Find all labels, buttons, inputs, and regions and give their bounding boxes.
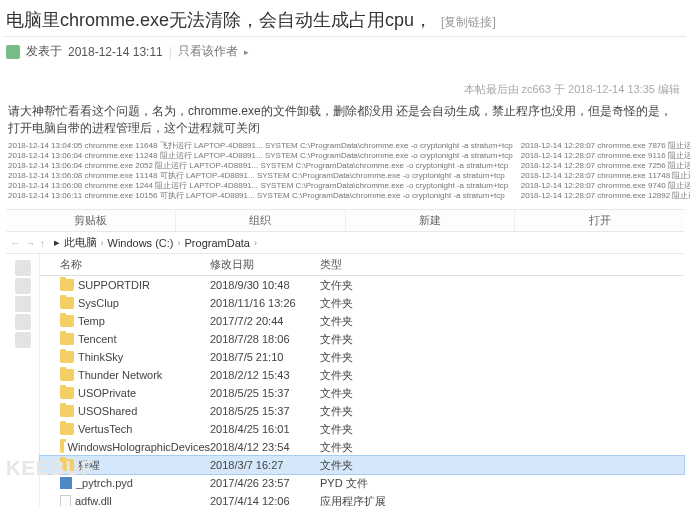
file-date: 2018/9/30 10:48 bbox=[210, 279, 320, 291]
file-row[interactable]: USOShared2018/5/25 15:37文件夹 bbox=[40, 402, 684, 420]
file-date: 2017/7/2 20:44 bbox=[210, 315, 320, 327]
toolbar-clipboard[interactable]: 剪贴板 bbox=[6, 210, 176, 231]
file-name: Temp bbox=[78, 315, 105, 327]
process-row: 2018-12-14 12:28:07 chromme.exe 12892 阻止… bbox=[521, 191, 690, 201]
file-row[interactable]: WindowsHolographicDevices2018/4/12 23:54… bbox=[40, 438, 684, 456]
file-type: 文件夹 bbox=[320, 314, 400, 329]
file-row[interactable]: adfw.dll2017/4/14 12:06应用程序扩展 bbox=[40, 492, 684, 506]
file-date: 2018/5/25 15:37 bbox=[210, 387, 320, 399]
sidebar-icon[interactable] bbox=[15, 296, 31, 312]
file-type: 应用程序扩展 bbox=[320, 494, 400, 507]
file-row[interactable]: _pytrch.pyd2017/4/26 23:57PYD 文件 bbox=[40, 474, 684, 492]
file-name: SysClup bbox=[78, 297, 119, 309]
folder-icon bbox=[60, 387, 74, 399]
process-row: 2018-12-14 13:06:04 chromme.exe 11248 阻止… bbox=[8, 151, 513, 161]
file-row[interactable]: Tencent2018/7/28 18:06文件夹 bbox=[40, 330, 684, 348]
file-name: USOPrivate bbox=[78, 387, 136, 399]
folder-icon bbox=[60, 369, 74, 381]
process-row: 2018-12-14 13:06:11 chromme.exe 10156 可执… bbox=[8, 191, 513, 201]
nav-up-icon[interactable]: ↑ bbox=[40, 237, 46, 249]
file-date: 2018/4/12 23:54 bbox=[210, 441, 320, 453]
toolbar-new[interactable]: 新建 bbox=[346, 210, 516, 231]
nav-fwd-icon[interactable]: → bbox=[25, 237, 36, 249]
file-date: 2018/7/5 21:10 bbox=[210, 351, 320, 363]
file-type: 文仵夹 bbox=[320, 278, 400, 293]
folder-icon bbox=[60, 423, 74, 435]
posted-at: 2018-12-14 13:11 bbox=[68, 45, 163, 59]
file-name: ThinkSky bbox=[78, 351, 123, 363]
chevron-down-icon[interactable]: ▸ bbox=[244, 47, 249, 57]
file-type: PYD 文件 bbox=[320, 476, 400, 491]
file-date: 2018/3/7 16:27 bbox=[210, 459, 320, 471]
file-type: 文件夹 bbox=[320, 332, 400, 347]
bc-pc[interactable]: 此电脑 bbox=[64, 235, 97, 250]
title-text: 电脑里chromme.exe无法清除，会自动生成占用cpu， bbox=[6, 10, 432, 30]
sidebar-icon[interactable] bbox=[15, 314, 31, 330]
file-row[interactable]: Thunder Network2018/2/12 15:43文件夹 bbox=[40, 366, 684, 384]
file-name: adfw.dll bbox=[75, 495, 112, 506]
toolbar-organize[interactable]: 组织 bbox=[176, 210, 346, 231]
nav-back-icon[interactable]: ← bbox=[10, 237, 21, 249]
file-date: 2018/4/25 16:01 bbox=[210, 423, 320, 435]
col-type[interactable]: 类型 bbox=[320, 257, 400, 272]
breadcrumb[interactable]: ←→↑ ▸ 此电脑 › Windows (C:) › ProgramData › bbox=[6, 232, 684, 254]
file-date: 2018/7/28 18:06 bbox=[210, 333, 320, 345]
bc-drive[interactable]: Windows (C:) bbox=[108, 237, 174, 249]
folder-icon bbox=[60, 351, 74, 363]
file-row[interactable]: ThinkSky2018/7/5 21:10文件夹 bbox=[40, 348, 684, 366]
file-type: 文件夹 bbox=[320, 458, 400, 473]
folder-icon bbox=[60, 405, 74, 417]
file-name: Thunder Network bbox=[78, 369, 162, 381]
process-row: 2018-12-14 12:28:07 chromme.exe 7876 阻止运… bbox=[521, 141, 690, 151]
folder-icon bbox=[60, 297, 74, 309]
folder-icon bbox=[60, 441, 64, 453]
sidebar-icon[interactable] bbox=[15, 278, 31, 294]
last-edit-note: 本帖最后由 zc663 于 2018-12-14 13:35 编辑 bbox=[0, 66, 690, 103]
col-name[interactable]: 名称 bbox=[40, 257, 210, 272]
copy-link[interactable]: [复制链接] bbox=[441, 15, 496, 29]
post-body: 请大神帮忙看看这个问题，名为，chromme.exe的文件卸载，删除都没用 还是… bbox=[0, 103, 690, 141]
file-row[interactable]: SysClup2018/11/16 13:26文件夹 bbox=[40, 294, 684, 312]
file-date: 2018/11/16 13:26 bbox=[210, 297, 320, 309]
folder-icon bbox=[60, 279, 74, 291]
file-name: Tencent bbox=[78, 333, 117, 345]
process-row: 2018-12-14 12:28:07 chromme.exe 9116 阻止运… bbox=[521, 151, 690, 161]
col-date[interactable]: 修改日期 bbox=[210, 257, 320, 272]
sidebar-icon[interactable] bbox=[15, 332, 31, 348]
only-author-link[interactable]: 只看该作者 bbox=[178, 43, 238, 60]
watermark: KEEBUF bbox=[6, 457, 94, 480]
file-row[interactable]: USOPrivate2018/5/25 15:37文件夹 bbox=[40, 384, 684, 402]
file-type: 文件夹 bbox=[320, 350, 400, 365]
sidebar-icon[interactable] bbox=[15, 260, 31, 276]
file-type: 文件夹 bbox=[320, 368, 400, 383]
avatar-icon bbox=[6, 45, 20, 59]
file-row[interactable]: Temp2017/7/2 20:44文件夹 bbox=[40, 312, 684, 330]
column-headers[interactable]: 名称 修改日期 类型 bbox=[40, 254, 684, 276]
file-type: 文件夹 bbox=[320, 296, 400, 311]
file-row[interactable]: VertusTech2018/4/25 16:01文件夹 bbox=[40, 420, 684, 438]
file-date: 2018/2/12 15:43 bbox=[210, 369, 320, 381]
file-name: VertusTech bbox=[78, 423, 132, 435]
file-type: 文件夹 bbox=[320, 422, 400, 437]
file-explorer: 剪贴板 组织 新建 打开 ←→↑ ▸ 此电脑 › Windows (C:) › … bbox=[6, 209, 684, 506]
process-row: 2018-12-14 13:06:08 chromme.exe 11148 可执… bbox=[8, 171, 513, 181]
file-row[interactable]: 猩猩2018/3/7 16:27文件夹 bbox=[40, 456, 684, 474]
folder-icon bbox=[60, 315, 74, 327]
posted-prefix: 发表于 bbox=[26, 43, 62, 60]
post-meta: 发表于 2018-12-14 13:11 | 只看该作者 ▸ bbox=[0, 37, 690, 66]
file-type: 文件夹 bbox=[320, 404, 400, 419]
process-row: 2018-12-14 13:06:04 chromme.exe 2052 阻止运… bbox=[8, 161, 513, 171]
toolbar-open[interactable]: 打开 bbox=[515, 210, 684, 231]
file-date: 2017/4/26 23:57 bbox=[210, 477, 320, 489]
file-type: 文件夹 bbox=[320, 440, 400, 455]
file-name: WindowsHolographicDevices bbox=[68, 441, 210, 453]
file-date: 2018/5/25 15:37 bbox=[210, 405, 320, 417]
file-icon bbox=[60, 495, 71, 507]
file-row[interactable]: SUPPORTDIR2018/9/30 10:48文仵夹 bbox=[40, 276, 684, 294]
file-name: USOShared bbox=[78, 405, 137, 417]
process-logs: 2018-12-14 13:04:05 chromme.exe 11648 飞扑… bbox=[0, 141, 690, 207]
file-type: 文件夹 bbox=[320, 386, 400, 401]
bc-folder[interactable]: ProgramData bbox=[185, 237, 250, 249]
process-row: 2018-12-14 12:28:07 chromme.exe 9740 阻止运… bbox=[521, 181, 690, 191]
process-row: 2018-12-14 12:28:07 chromme.exe 11748 阻止… bbox=[521, 171, 690, 181]
